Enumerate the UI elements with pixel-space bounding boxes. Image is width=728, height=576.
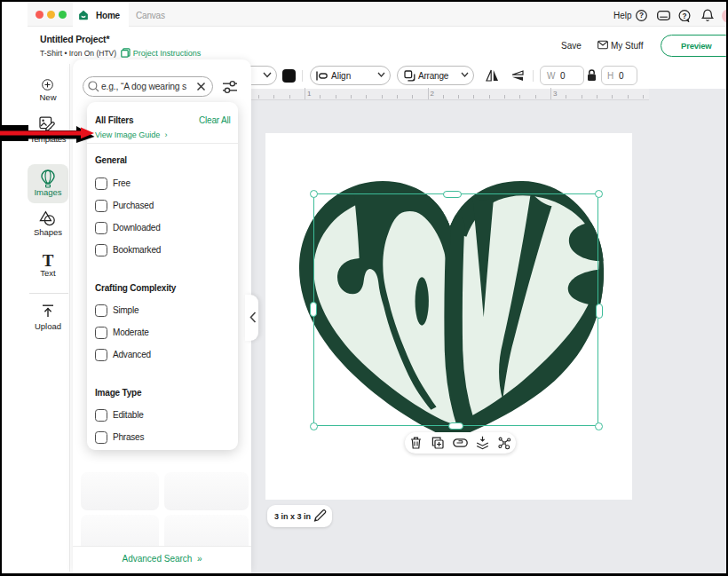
svg-text:?: ? bbox=[639, 12, 644, 20]
svg-text:?: ? bbox=[682, 12, 686, 20]
